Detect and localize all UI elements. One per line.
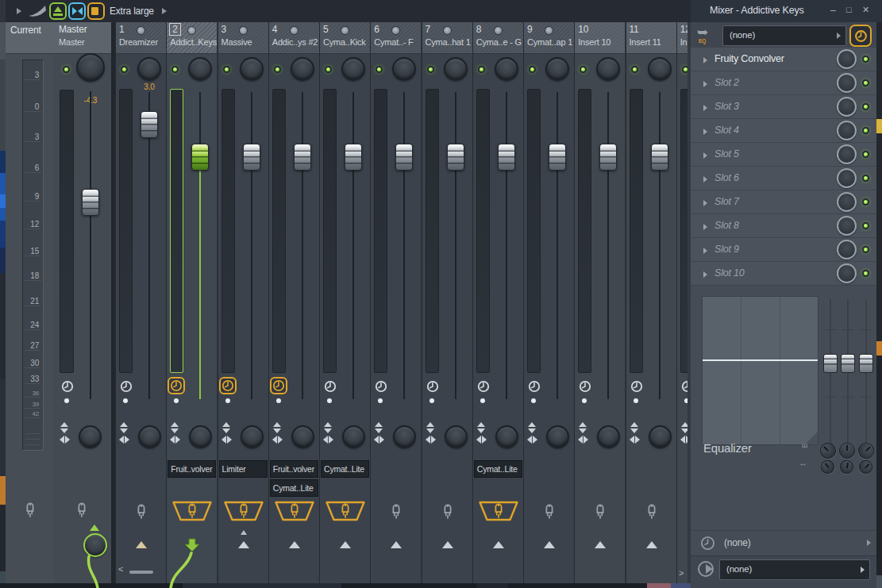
track-info-icon[interactable] [391, 26, 400, 35]
fx-slot-8[interactable]: Slot 8 [691, 214, 876, 238]
master-send-arrow-icon[interactable] [90, 525, 99, 531]
mixer-track-8[interactable]: 8Cyma..e - GCymat..Lite [472, 22, 523, 583]
slot-enable-led[interactable] [862, 222, 869, 229]
slot-enable-led[interactable] [862, 127, 869, 134]
track-automation-clock-icon[interactable] [528, 380, 541, 393]
track-automation-clock-icon[interactable] [375, 380, 387, 393]
track-info-icon[interactable] [443, 26, 452, 35]
slot-mix-knob[interactable] [837, 49, 857, 69]
mixer-track-3[interactable]: 3MassiveLimiter [218, 22, 268, 583]
slot-enable-led[interactable] [862, 56, 869, 63]
track-pan-lr-icon[interactable] [680, 436, 687, 444]
track-stereo-knob[interactable] [445, 425, 468, 448]
track-fx-plug-icon[interactable] [682, 500, 687, 522]
track-11-header[interactable]: 11Insert 11 [626, 22, 676, 54]
master-track-column[interactable]: Master Master -4.3 [54, 22, 111, 583]
slot-expand-arrow[interactable] [703, 200, 707, 206]
eq-band1-fader[interactable] [825, 299, 836, 445]
mixer-menu-arrow-icon[interactable] [17, 8, 21, 14]
slot-expand-arrow[interactable] [703, 152, 707, 159]
track-pan-lr-icon[interactable] [272, 436, 283, 444]
track-send-arrow-icon[interactable] [340, 541, 351, 548]
selected-track-route-arrow-icon[interactable] [184, 538, 200, 555]
master-pan-lr-icon[interactable] [60, 436, 70, 444]
mixer-track-10[interactable]: 10Insert 10 [574, 22, 625, 583]
mixer-track-12[interactable]: 12In [676, 22, 687, 583]
fx-slot-7[interactable]: Slot 7 [691, 190, 876, 214]
track-stereo-separation-icon[interactable] [528, 422, 536, 433]
track-plugin-label[interactable]: Cymat..Lite [474, 460, 522, 478]
slot-mix-knob[interactable] [837, 144, 857, 164]
track-6-header[interactable]: 6Cymat..- F [371, 22, 421, 54]
slot-enable-led[interactable] [862, 270, 869, 277]
close-button[interactable]: ✕ [862, 5, 869, 15]
eq-band2-handle[interactable] [841, 354, 855, 373]
track-enable-led[interactable] [631, 66, 638, 73]
track-pan-lr-icon[interactable] [374, 436, 384, 444]
preset-selector[interactable]: (none) [722, 25, 846, 46]
track-fader-handle[interactable] [651, 144, 668, 171]
track-stereo-separation-icon[interactable] [171, 422, 179, 433]
track-record-dot[interactable] [531, 398, 536, 403]
track-fader-track[interactable] [659, 92, 661, 399]
eq-gain3-knob[interactable] [855, 440, 877, 462]
master-fader-track[interactable] [90, 91, 91, 399]
track-fader-track[interactable] [251, 92, 252, 399]
track-fader-track[interactable] [557, 92, 558, 399]
fx-slot-4[interactable]: Slot 4 [691, 119, 876, 143]
track-stereo-separation-icon[interactable] [477, 422, 485, 433]
eq-band1-handle[interactable] [823, 354, 838, 373]
master-record-dot[interactable] [64, 398, 69, 403]
track-stereo-knob[interactable] [138, 425, 161, 448]
track-stereo-separation-icon[interactable] [222, 422, 230, 433]
track-pan-knob[interactable] [545, 57, 569, 81]
track-info-icon[interactable] [494, 26, 503, 35]
track-automation-clock-armed[interactable] [219, 377, 237, 394]
track-pan-lr-icon[interactable] [221, 436, 232, 444]
slot-expand-arrow[interactable] [703, 224, 707, 230]
mixer-track-5[interactable]: 5Cyma..KickCymat..Lite [319, 22, 370, 583]
track-fx-plug-active-icon[interactable] [223, 500, 264, 522]
track-stereo-separation-icon[interactable] [630, 422, 638, 433]
slot-mix-knob[interactable] [837, 240, 857, 259]
track-send-arrow-icon[interactable] [646, 541, 657, 548]
track-automation-clock-armed[interactable] [168, 377, 185, 394]
track-record-dot[interactable] [276, 398, 281, 403]
track-stereo-knob[interactable] [342, 425, 365, 448]
track-stereo-knob[interactable] [241, 425, 264, 448]
track-automation-clock-icon[interactable] [630, 380, 643, 393]
track-plugin-label[interactable]: Limiter [219, 460, 268, 478]
track-enable-led[interactable] [529, 66, 536, 73]
track-record-dot[interactable] [123, 398, 128, 403]
track-pan-lr-icon[interactable] [426, 436, 436, 444]
track-7-header[interactable]: 7Cyma..hat 1 [422, 22, 472, 54]
track-info-icon[interactable] [137, 26, 145, 35]
track-record-dot[interactable] [429, 398, 434, 403]
detach-swoosh-icon[interactable] [28, 4, 48, 21]
track-pan-lr-icon[interactable] [170, 436, 180, 444]
scroll-left-arrow[interactable]: < [118, 564, 123, 574]
output-route-icon[interactable] [698, 561, 714, 577]
eq-gain2-knob[interactable] [839, 443, 855, 459]
mixer-track-6[interactable]: 6Cymat..- F [370, 22, 421, 583]
track-plugin-label[interactable]: Fruit..volver [270, 460, 318, 478]
track-fx-plug-active-icon[interactable] [274, 500, 315, 522]
slot-enable-led[interactable] [862, 198, 869, 206]
track-automation-clock-icon[interactable] [324, 380, 337, 393]
track-stereo-knob[interactable] [597, 425, 620, 448]
track-fx-plug-icon[interactable] [376, 500, 417, 522]
track-send-arrow-icon[interactable] [493, 541, 504, 548]
eq-freq1-knob[interactable] [818, 458, 838, 477]
track-stereo-separation-icon[interactable] [681, 422, 687, 433]
track-pan-knob[interactable] [596, 57, 620, 81]
track-record-dot[interactable] [634, 398, 638, 403]
track-automation-clock-icon[interactable] [120, 380, 133, 393]
track-fader-handle[interactable] [447, 144, 464, 171]
track-stereo-knob[interactable] [649, 425, 672, 448]
mixer-track-9[interactable]: 9Cymat..ap 1 [523, 22, 574, 583]
track-pan-knob[interactable] [137, 57, 161, 81]
track-record-dot[interactable] [225, 398, 230, 403]
track-fader-handle[interactable] [549, 144, 566, 171]
track-fader-handle[interactable] [395, 144, 413, 171]
track-send-arrow-icon[interactable] [136, 541, 147, 548]
